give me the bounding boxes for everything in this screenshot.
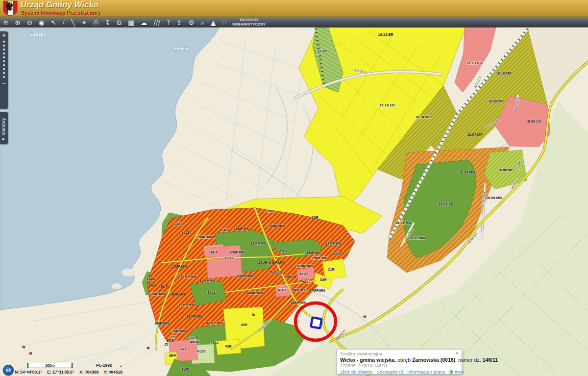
zone-label: 43R [225, 344, 232, 349]
zone-label: 7NOp'S [269, 270, 282, 275]
coord-n: N: 54°44'00.1'' [15, 370, 42, 375]
header: Urząd Gminy Wicko System Informacji Prze… [0, 0, 588, 17]
zone-label: 44MP.MN [206, 321, 222, 325]
zoom-level-dot[interactable] [3, 45, 5, 47]
close-icon[interactable]: ✕ [455, 351, 459, 356]
zone-label: 16MP.MN [234, 226, 249, 231]
toolbar-icons: ≋⊕⊖◉↖i╲⚭⎙↧⧉▦☁///?⇪⚙⌕▲∷ [3, 18, 226, 27]
cloud-upload-icon[interactable]: ⇪ [176, 18, 182, 27]
selected-parcel-highlight[interactable] [311, 318, 321, 328]
zone-label: 25MP.MN [312, 256, 327, 260]
popup-link[interactable]: Zbliż do obiektu [340, 369, 373, 375]
zone-label: 52UT [299, 272, 309, 276]
register-urbanistyczny-button[interactable]: REJESTR URBANISTYCZNY [232, 18, 266, 26]
link-icon[interactable]: ⚭ [81, 18, 87, 27]
zoom-in-button[interactable]: + [2, 32, 6, 38]
pointer-icon[interactable]: ↖ [51, 18, 56, 27]
layers-tab[interactable]: ▼ Warstwy [0, 112, 8, 144]
zoom-level-dot[interactable] [3, 56, 5, 58]
zone-label: 33UT [224, 256, 234, 260]
zoom-level-dot[interactable] [3, 68, 5, 70]
zone-label: 16.10.MP [496, 71, 512, 75]
copy-view-icon[interactable]: ⧉ [117, 18, 122, 27]
zone-label: 32MP.MN [229, 250, 245, 254]
layers-icon[interactable]: ≋ [3, 18, 8, 27]
identify-info-icon[interactable]: i [63, 18, 65, 27]
north-arrow-icon[interactable]: ▲ [211, 18, 216, 27]
zone-label: 16.08.MP [488, 99, 504, 103]
zone-label: 16.16.ER [379, 103, 395, 107]
select-area-icon[interactable]: ◉ [39, 18, 45, 27]
app-title: Urząd Gminy Wicko [21, 0, 99, 10]
zoom-level-dot[interactable] [3, 52, 5, 54]
gis-application: Urząd Gminy Wicko System Informacji Prze… [0, 0, 588, 376]
zone-label: 13ZŁ [174, 222, 183, 226]
zone-label: 58MP.MN [291, 301, 306, 305]
plus-circle-icon[interactable]: ⊕ [449, 369, 453, 375]
scale-bar: 200m [27, 363, 73, 368]
zone-label: 29UH,UGiP.MN [258, 260, 284, 265]
map-viewport[interactable]: ŁebskoŁebsko 1.17.ZP16.15.ER16.13.UU16.1… [0, 27, 588, 376]
zoom-panel: + − [0, 31, 8, 109]
zoom-in-icon[interactable]: ⊕ [15, 18, 20, 27]
zone-label: 46MP.MN [247, 291, 263, 295]
comment-cloud-icon[interactable]: ☁ [141, 18, 147, 27]
zoom-level-dot[interactable] [3, 60, 5, 62]
zone-label: 16.09.UU [526, 119, 541, 124]
popup-text: , numer dz. [455, 357, 482, 363]
legend-chart-icon[interactable]: ∷ [222, 18, 226, 27]
zone-label: 40UK [190, 340, 199, 344]
print-icon[interactable]: ⎙ [93, 18, 98, 27]
popup-link-inne[interactable]: Inne [455, 369, 464, 375]
zoom-level-dot[interactable] [3, 64, 5, 66]
zone-label: 20R [267, 209, 274, 213]
zone-label: 16.01.MN [395, 221, 412, 225]
register-line2: URBANISTYCZNY [232, 22, 266, 26]
ok-button[interactable]: ok [3, 365, 14, 376]
layout-tiles-icon[interactable]: ▦ [128, 18, 134, 27]
popup-link[interactable]: Szczegóły (i) [377, 369, 403, 375]
zone-label: 16.15.ER [378, 32, 393, 37]
zone-label: 9UT [161, 284, 168, 289]
crs-selector[interactable]: PL-1992⌄ [96, 363, 122, 368]
zone-label: 31MP.MN [250, 241, 266, 246]
zone-label: 51MP.MN [297, 264, 313, 268]
map-canvas[interactable]: ŁebskoŁebsko 1.17.ZP16.15.ER16.13.UU16.1… [0, 27, 588, 376]
popup-text: , obręb [394, 357, 412, 363]
zoom-level-dot[interactable] [3, 76, 5, 78]
zone-label: 37MP.MN [309, 288, 325, 293]
water-label: Łebsko [174, 46, 190, 51]
measure-line-icon[interactable]: ╲ [71, 18, 75, 27]
zoom-dots [3, 41, 5, 78]
search-magnifier-icon[interactable]: ⌕ [201, 18, 205, 27]
zone-label: ZI [165, 342, 168, 347]
zone-label: 16UT [209, 250, 218, 254]
water-label: Łebsko [30, 32, 46, 37]
zoom-out-button[interactable]: − [2, 80, 6, 86]
zoom-out-icon[interactable]: ⊖ [27, 18, 32, 27]
zone-label: 6MP.MN [155, 321, 169, 326]
zone-label: 38MP.MN [186, 314, 202, 319]
zoom-level-dot[interactable] [3, 49, 5, 50]
zone-label: 21R [328, 267, 335, 272]
zone-label: 61KS [220, 228, 229, 232]
popup-links: Zbliż do obiektuSzczegóły (i)Informacja … [340, 369, 458, 375]
toolbar: ≋⊕⊖◉↖i╲⚭⎙↧⧉▦☁///?⇪⚙⌕▲∷ REJESTR URBANISTY… [0, 17, 588, 27]
zone-label: 45R [241, 323, 247, 327]
help-icon[interactable]: ? [167, 18, 170, 27]
zone-label: 1UT [180, 347, 187, 351]
parcel-info-popup: Działka ewidencyjna ✕ Wicko - gmina wiej… [336, 349, 462, 375]
popup-parcel-id: 220805_2.0016.146/11 [340, 363, 458, 368]
popup-link[interactable]: Informacja z planu [407, 369, 445, 375]
measure-lines-icon[interactable]: /// [153, 18, 160, 27]
popup-title: Działka ewidencyjna [340, 351, 458, 356]
zone-label: 22MP.MN [325, 241, 341, 246]
zone-label: 47UT [278, 288, 287, 292]
zoom-level-dot[interactable] [3, 72, 5, 74]
layers-tab-text: Warstwy [1, 118, 6, 135]
zone-label: 1MP.MN [172, 329, 186, 333]
zoom-level-dot[interactable] [3, 41, 5, 43]
popup-obreb: Żarnowska (0016) [412, 357, 455, 363]
download-icon[interactable]: ↧ [105, 18, 110, 27]
settings-gears-icon[interactable]: ⚙ [188, 18, 194, 27]
